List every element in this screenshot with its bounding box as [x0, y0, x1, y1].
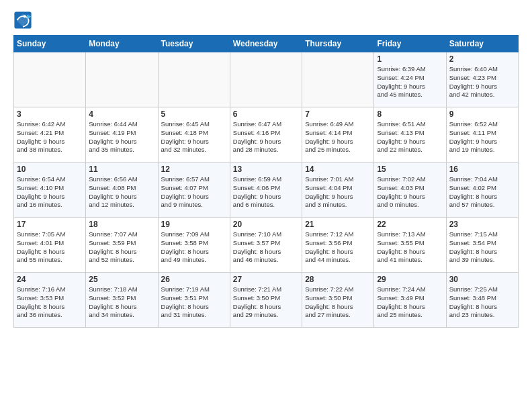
day-number: 6 — [233, 109, 299, 119]
day-number: 16 — [449, 165, 515, 174]
calendar-cell: 27Sunrise: 7:21 AM Sunset: 3:50 PM Dayli… — [230, 273, 302, 328]
day-number: 14 — [305, 165, 371, 174]
calendar-week-2: 3Sunrise: 6:42 AM Sunset: 4:21 PM Daylig… — [14, 107, 519, 163]
calendar-cell: 10Sunrise: 6:54 AM Sunset: 4:10 PM Dayli… — [14, 163, 86, 218]
day-number: 30 — [449, 275, 515, 284]
calendar-cell — [302, 52, 374, 107]
logo — [13, 11, 35, 30]
header — [13, 11, 519, 30]
day-number: 20 — [233, 220, 299, 229]
weekday-header-saturday: Saturday — [446, 36, 518, 52]
calendar-cell: 16Sunrise: 7:04 AM Sunset: 4:02 PM Dayli… — [446, 163, 518, 218]
calendar-body: 1Sunrise: 6:39 AM Sunset: 4:24 PM Daylig… — [14, 52, 519, 328]
calendar-cell: 1Sunrise: 6:39 AM Sunset: 4:24 PM Daylig… — [374, 52, 446, 107]
day-number: 22 — [377, 220, 443, 229]
calendar-cell: 7Sunrise: 6:49 AM Sunset: 4:14 PM Daylig… — [302, 107, 374, 163]
weekday-header-tuesday: Tuesday — [158, 36, 230, 52]
calendar-cell — [14, 52, 86, 107]
day-info: Sunrise: 6:56 AM Sunset: 4:08 PM Dayligh… — [89, 175, 154, 210]
day-number: 7 — [305, 109, 371, 119]
day-info: Sunrise: 7:05 AM Sunset: 4:01 PM Dayligh… — [17, 230, 83, 265]
day-info: Sunrise: 7:24 AM Sunset: 3:49 PM Dayligh… — [377, 285, 443, 320]
calendar-header: SundayMondayTuesdayWednesdayThursdayFrid… — [14, 36, 519, 52]
calendar-cell: 30Sunrise: 7:25 AM Sunset: 3:48 PM Dayli… — [446, 273, 518, 328]
day-number: 11 — [89, 165, 154, 174]
calendar-cell: 20Sunrise: 7:10 AM Sunset: 3:57 PM Dayli… — [230, 218, 302, 273]
day-number: 1 — [377, 54, 443, 64]
weekday-row: SundayMondayTuesdayWednesdayThursdayFrid… — [14, 36, 519, 52]
calendar-cell: 2Sunrise: 6:40 AM Sunset: 4:23 PM Daylig… — [446, 52, 518, 107]
page: SundayMondayTuesdayWednesdayThursdayFrid… — [0, 0, 532, 411]
day-info: Sunrise: 6:39 AM Sunset: 4:24 PM Dayligh… — [377, 65, 443, 99]
calendar-cell: 18Sunrise: 7:07 AM Sunset: 3:59 PM Dayli… — [86, 218, 158, 273]
calendar-week-3: 10Sunrise: 6:54 AM Sunset: 4:10 PM Dayli… — [14, 163, 519, 218]
day-info: Sunrise: 7:25 AM Sunset: 3:48 PM Dayligh… — [449, 285, 515, 320]
day-info: Sunrise: 6:40 AM Sunset: 4:23 PM Dayligh… — [449, 65, 515, 99]
day-info: Sunrise: 6:52 AM Sunset: 4:11 PM Dayligh… — [449, 120, 515, 154]
day-info: Sunrise: 6:57 AM Sunset: 4:07 PM Dayligh… — [161, 175, 227, 210]
day-number: 15 — [377, 165, 443, 174]
calendar-cell: 6Sunrise: 6:47 AM Sunset: 4:16 PM Daylig… — [230, 107, 302, 163]
day-number: 18 — [89, 220, 154, 229]
calendar-cell: 19Sunrise: 7:09 AM Sunset: 3:58 PM Dayli… — [158, 218, 230, 273]
calendar-cell: 9Sunrise: 6:52 AM Sunset: 4:11 PM Daylig… — [446, 107, 518, 163]
day-info: Sunrise: 7:18 AM Sunset: 3:52 PM Dayligh… — [89, 285, 154, 320]
day-number: 27 — [233, 275, 299, 284]
day-info: Sunrise: 7:10 AM Sunset: 3:57 PM Dayligh… — [233, 230, 299, 265]
day-info: Sunrise: 7:19 AM Sunset: 3:51 PM Dayligh… — [161, 285, 227, 320]
day-info: Sunrise: 6:42 AM Sunset: 4:21 PM Dayligh… — [17, 120, 83, 154]
day-number: 10 — [17, 165, 83, 174]
calendar-cell: 3Sunrise: 6:42 AM Sunset: 4:21 PM Daylig… — [14, 107, 86, 163]
day-info: Sunrise: 7:04 AM Sunset: 4:02 PM Dayligh… — [449, 175, 515, 210]
day-number: 4 — [89, 109, 154, 119]
weekday-header-friday: Friday — [374, 36, 446, 52]
svg-point-2 — [24, 15, 26, 17]
calendar-cell: 15Sunrise: 7:02 AM Sunset: 4:03 PM Dayli… — [374, 163, 446, 218]
day-info: Sunrise: 7:09 AM Sunset: 3:58 PM Dayligh… — [161, 230, 227, 265]
day-number: 21 — [305, 220, 371, 229]
day-info: Sunrise: 6:47 AM Sunset: 4:16 PM Dayligh… — [233, 120, 299, 154]
day-info: Sunrise: 7:15 AM Sunset: 3:54 PM Dayligh… — [449, 230, 515, 265]
weekday-header-sunday: Sunday — [14, 36, 86, 52]
day-info: Sunrise: 6:54 AM Sunset: 4:10 PM Dayligh… — [17, 175, 83, 210]
calendar-cell: 14Sunrise: 7:01 AM Sunset: 4:04 PM Dayli… — [302, 163, 374, 218]
day-info: Sunrise: 6:44 AM Sunset: 4:19 PM Dayligh… — [89, 120, 154, 154]
day-number: 9 — [449, 109, 515, 119]
day-number: 12 — [161, 165, 227, 174]
day-info: Sunrise: 7:12 AM Sunset: 3:56 PM Dayligh… — [305, 230, 371, 265]
weekday-header-wednesday: Wednesday — [230, 36, 302, 52]
calendar-week-4: 17Sunrise: 7:05 AM Sunset: 4:01 PM Dayli… — [14, 218, 519, 273]
calendar-cell — [158, 52, 230, 107]
day-number: 29 — [377, 275, 443, 284]
day-info: Sunrise: 7:22 AM Sunset: 3:50 PM Dayligh… — [305, 285, 371, 320]
calendar-cell: 12Sunrise: 6:57 AM Sunset: 4:07 PM Dayli… — [158, 163, 230, 218]
day-number: 26 — [161, 275, 227, 284]
calendar-cell: 17Sunrise: 7:05 AM Sunset: 4:01 PM Dayli… — [14, 218, 86, 273]
day-number: 5 — [161, 109, 227, 119]
calendar-cell: 21Sunrise: 7:12 AM Sunset: 3:56 PM Dayli… — [302, 218, 374, 273]
logo-icon — [13, 11, 32, 30]
day-number: 17 — [17, 220, 83, 229]
calendar-cell — [230, 52, 302, 107]
calendar-cell: 11Sunrise: 6:56 AM Sunset: 4:08 PM Dayli… — [86, 163, 158, 218]
weekday-header-monday: Monday — [86, 36, 158, 52]
day-number: 24 — [17, 275, 83, 284]
day-info: Sunrise: 7:16 AM Sunset: 3:53 PM Dayligh… — [17, 285, 83, 320]
day-info: Sunrise: 6:49 AM Sunset: 4:14 PM Dayligh… — [305, 120, 371, 154]
calendar-cell — [86, 52, 158, 107]
weekday-header-thursday: Thursday — [302, 36, 374, 52]
day-number: 23 — [449, 220, 515, 229]
day-info: Sunrise: 6:59 AM Sunset: 4:06 PM Dayligh… — [233, 175, 299, 210]
calendar-cell: 28Sunrise: 7:22 AM Sunset: 3:50 PM Dayli… — [302, 273, 374, 328]
calendar-cell: 26Sunrise: 7:19 AM Sunset: 3:51 PM Dayli… — [158, 273, 230, 328]
calendar-cell: 23Sunrise: 7:15 AM Sunset: 3:54 PM Dayli… — [446, 218, 518, 273]
day-number: 13 — [233, 165, 299, 174]
calendar-cell: 8Sunrise: 6:51 AM Sunset: 4:13 PM Daylig… — [374, 107, 446, 163]
calendar-cell: 25Sunrise: 7:18 AM Sunset: 3:52 PM Dayli… — [86, 273, 158, 328]
calendar-week-5: 24Sunrise: 7:16 AM Sunset: 3:53 PM Dayli… — [14, 273, 519, 328]
day-info: Sunrise: 7:13 AM Sunset: 3:55 PM Dayligh… — [377, 230, 443, 265]
calendar-cell: 13Sunrise: 6:59 AM Sunset: 4:06 PM Dayli… — [230, 163, 302, 218]
day-number: 3 — [17, 109, 83, 119]
day-number: 2 — [449, 54, 515, 64]
day-number: 8 — [377, 109, 443, 119]
